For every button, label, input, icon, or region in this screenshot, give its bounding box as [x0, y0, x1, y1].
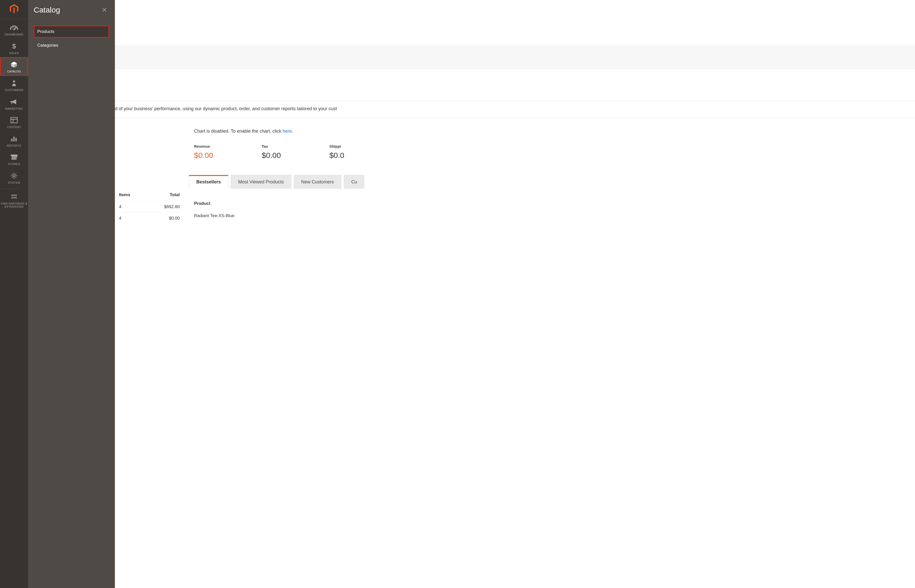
metric-label: Tax: [262, 144, 281, 149]
nav-customers[interactable]: CUSTOMERS: [0, 76, 28, 94]
svg-rect-7: [11, 139, 13, 141]
megaphone-icon: [10, 98, 18, 106]
nav-marketing[interactable]: MARKETING: [0, 94, 28, 113]
toolbar-band: [115, 46, 915, 69]
chart-disabled-text: Chart is disabled. To enable the chart, …: [194, 129, 293, 134]
tab-cu[interactable]: Cu: [344, 175, 364, 189]
person-icon: [10, 79, 18, 87]
nav-system[interactable]: SYSTEM: [0, 168, 28, 187]
svg-rect-9: [16, 138, 17, 141]
nav-label: REPORTS: [6, 144, 22, 147]
admin-sidebar: DASHBOARD$SALESCATALOGCUSTOMERSMARKETING…: [0, 0, 28, 588]
metric-tax: Tax$0.00: [262, 144, 281, 160]
nav-label: DASHBOARD: [4, 33, 24, 36]
nav-label: CUSTOMERS: [4, 89, 24, 92]
nav-label: STORES: [7, 163, 20, 166]
svg-point-23: [11, 197, 13, 199]
close-icon[interactable]: ✕: [100, 6, 109, 14]
nav-label: SYSTEM: [7, 181, 21, 184]
orders-header-items: Items: [119, 192, 157, 197]
nav-label: MARKETING: [5, 107, 23, 110]
nav-label: CONTENT: [6, 126, 22, 129]
catalog-flyout: Catalog ✕ ProductsCategories: [28, 0, 115, 588]
gauge-icon: [10, 24, 18, 31]
order-items: 4: [119, 216, 157, 221]
svg-rect-10: [11, 157, 16, 160]
flyout-title: Catalog: [34, 6, 60, 14]
bars-icon: [10, 135, 18, 142]
storefront-icon: [10, 153, 18, 161]
advanced-reporting-description: d of your business' performance, using o…: [115, 101, 915, 118]
svg-point-24: [13, 197, 15, 199]
svg-point-22: [15, 194, 17, 196]
nav-label: SALES: [9, 52, 19, 55]
metric-revenue: Revenue$0.00: [194, 144, 213, 160]
svg-point-11: [13, 175, 15, 177]
order-items: 4: [119, 204, 157, 210]
nav-content[interactable]: CONTENT: [0, 113, 28, 131]
magento-logo-icon: [9, 3, 19, 14]
order-total: $692.80: [157, 204, 180, 210]
layout-icon: [10, 116, 18, 124]
svg-point-1: [13, 29, 15, 31]
dashboard-tabs: BestsellersMost Viewed ProductsNew Custo…: [115, 160, 915, 189]
orders-table: Items Total 4$692.804$0.00: [119, 190, 180, 224]
flyout-item-products[interactable]: Products: [34, 26, 109, 38]
gear-icon: [10, 172, 18, 179]
nav-sales[interactable]: $SALES: [0, 39, 28, 57]
scope-band: [115, 69, 915, 101]
magento-logo[interactable]: [0, 0, 28, 19]
tab-bestsellers[interactable]: Bestsellers: [189, 175, 228, 189]
flyout-item-categories[interactable]: Categories: [34, 39, 109, 52]
orders-header-total: Total: [157, 192, 180, 197]
svg-line-15: [12, 177, 13, 178]
svg-point-25: [15, 197, 17, 199]
bestsellers-table: Product Radiant Tee-XS-Blue: [194, 201, 234, 218]
nav-catalog[interactable]: CATALOG: [0, 57, 28, 76]
tab-new-customers[interactable]: New Customers: [294, 175, 341, 189]
nav-dashboard[interactable]: DASHBOARD: [0, 20, 28, 39]
nav-stores[interactable]: STORES: [0, 150, 28, 168]
metric-label: Shippi: [329, 144, 344, 149]
header-band: [115, 0, 915, 46]
svg-point-3: [13, 80, 15, 82]
metric-value: $0.00: [262, 151, 281, 160]
product-row[interactable]: Radiant Tee-XS-Blue: [194, 213, 234, 218]
svg-rect-4: [11, 117, 17, 123]
tab-most-viewed-products[interactable]: Most Viewed Products: [231, 175, 291, 189]
order-row[interactable]: 4$692.80: [119, 201, 180, 213]
metric-value: $0.0: [329, 151, 344, 160]
blocks-icon: [10, 193, 18, 200]
product-header: Product: [194, 201, 234, 206]
metrics-row: Revenue$0.00Tax$0.00Shippi$0.0: [115, 136, 915, 160]
metric-shippi: Shippi$0.0: [329, 144, 344, 160]
order-row[interactable]: 4$0.00: [119, 213, 180, 224]
box-icon: [10, 61, 18, 68]
svg-point-20: [11, 194, 13, 196]
svg-line-17: [12, 173, 13, 174]
nav-label: FIND PARTNERS & EXTENSIONS: [0, 202, 28, 208]
nav-reports[interactable]: REPORTS: [0, 131, 28, 150]
order-total: $0.00: [157, 216, 180, 221]
svg-text:$: $: [12, 42, 16, 50]
dollar-icon: $: [10, 42, 18, 50]
nav-partners[interactable]: FIND PARTNERS & EXTENSIONS: [0, 189, 28, 211]
metric-value: $0.00: [194, 151, 213, 160]
svg-line-19: [16, 173, 16, 174]
svg-rect-8: [13, 137, 15, 141]
dashboard-main: d of your business' performance, using o…: [28, 0, 915, 588]
enable-chart-link[interactable]: here: [283, 129, 292, 134]
nav-label: CATALOG: [6, 70, 21, 73]
svg-line-13: [16, 177, 16, 178]
svg-point-21: [13, 194, 15, 196]
metric-label: Revenue: [194, 144, 213, 149]
